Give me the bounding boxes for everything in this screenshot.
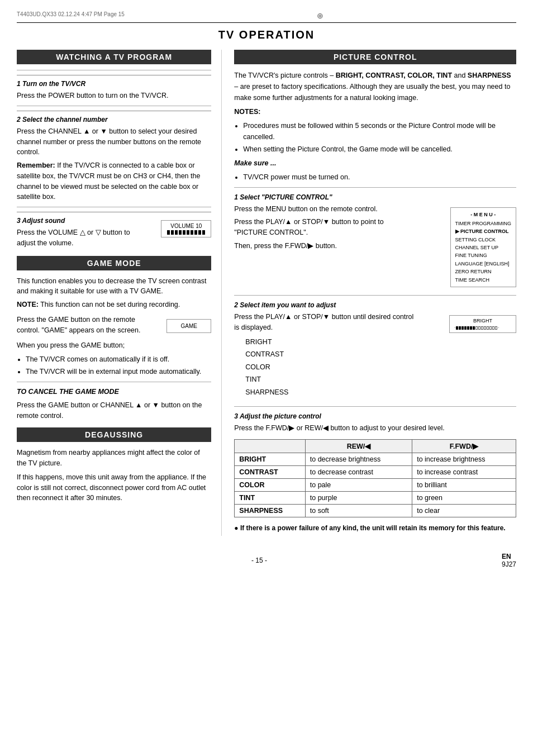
- menu-item-3: CHANNEL SET UP: [455, 244, 512, 251]
- menu-item-6: ZERO RETURN: [455, 268, 512, 275]
- step2-body: Press the CHANNEL ▲ or ▼ button to selec…: [17, 126, 211, 158]
- step1-watching: 1 Turn on the TV/VCR Press the POWER but…: [17, 75, 211, 101]
- section-game: GAME MODE: [17, 256, 211, 270]
- bright-display-label: BRIGHT: [454, 318, 511, 324]
- menu-item-4: FINE TUNING: [455, 251, 512, 259]
- menu-item-2: SETTING CLOCK: [455, 236, 512, 244]
- table-row: TINT to purple to green: [235, 491, 516, 504]
- step2-remember: Remember: If the TV/VCR is connected to …: [17, 160, 211, 202]
- game-bullet-2: The TV/VCR will be in external input mod…: [26, 366, 211, 377]
- table-header-0: [235, 439, 305, 453]
- bright-display: BRIGHT · ·: [449, 315, 516, 333]
- degauss-body2: If this happens, move this unit away fro…: [17, 472, 211, 503]
- ctrl-tint: TINT: [245, 373, 416, 386]
- intro-bold: BRIGHT, CON­TRAST, COLOR, TINT: [336, 72, 452, 79]
- table-header-1: REW/◀: [305, 439, 412, 453]
- page-footer: - 15 - EN 9J27: [17, 553, 516, 568]
- footer-code: 9J27: [502, 560, 516, 568]
- section-watching: WATCHING A TV PROGRAM: [17, 50, 211, 64]
- row2-ffwd: to brilliant: [412, 478, 516, 491]
- right-column: PICTURE CONTROL The TV/VCR's picture con…: [233, 50, 516, 536]
- section-picture: PICTURE CONTROL: [234, 50, 516, 64]
- row2-rew: to pale: [305, 478, 412, 491]
- row2-label: COLOR: [235, 478, 305, 491]
- menu-display: - M E N U - TIMER PROGRAMMING ▶ PICTURE …: [450, 207, 517, 288]
- menu-item-5: LANGUAGE [ENGLISH]: [455, 260, 512, 268]
- ctrl-bright: BRIGHT: [245, 336, 416, 349]
- section-degaussing: DEGAUSSING: [17, 427, 211, 442]
- picture-intro: The TV/VCR's picture controls – BRIGHT, …: [234, 70, 516, 103]
- make-sure-list: TV/VCR power must be turned on.: [243, 172, 516, 183]
- left-column: WATCHING A TV PROGRAM 1 Turn on the TV/V…: [17, 50, 222, 536]
- intro-rest: and: [452, 72, 468, 79]
- step1-body: Press the POWER button to turn on the TV…: [17, 91, 211, 101]
- row1-rew: to decrease contrast: [305, 465, 412, 478]
- row3-ffwd: to green: [412, 491, 516, 504]
- step2-watching: 2 Select the channel number Press the CH…: [17, 111, 211, 202]
- make-sure: Make sure ...: [234, 158, 516, 169]
- make-sure-bullet: TV/VCR power must be turned on.: [243, 172, 516, 183]
- pic-step3-body: Press the F.FWD/▶ or REW/◀ button to adj…: [234, 423, 516, 434]
- crosshair-top: ⊕: [317, 11, 323, 20]
- intro-prefix: The TV/VCR's picture controls –: [234, 72, 335, 79]
- step3-watching: 3 Adjust sound Press the VOLUME △ or ▽ b…: [17, 212, 211, 251]
- main-title: TV OPERATION: [17, 28, 516, 41]
- note-1: Procedures must be followed within 5 sec…: [243, 120, 516, 142]
- step3-number: 3 Adjust sound: [17, 216, 133, 226]
- footer-right: EN 9J27: [502, 553, 516, 568]
- volume-bar: [166, 230, 206, 235]
- when-press: When you press the GAME button;: [17, 340, 211, 351]
- pic-step2-body: Press the PLAY/▲ or STOP/▼ button until …: [234, 312, 416, 333]
- game-bullets: The TV/VCR comes on automatically if it …: [26, 354, 211, 377]
- row0-ffwd: to increase brightness: [412, 453, 516, 465]
- intro-sharpness: SHARPNESS: [468, 72, 511, 79]
- cancel-body: Press the GAME button or CHANNEL ▲ or ▼ …: [17, 400, 211, 421]
- menu-item-1: ▶ PICTURE CONTROL: [455, 227, 512, 235]
- game-button-display: GAME: [166, 319, 211, 333]
- step1-number: 1 Turn on the TV/VCR: [17, 79, 211, 89]
- row0-rew: to decrease brightness: [305, 453, 412, 465]
- intro-after: – are preset to factory specifications. …: [234, 83, 510, 102]
- game-label: GAME: [181, 323, 197, 329]
- step3-body: Press the VOLUME △ or ▽ button to adjust…: [17, 227, 133, 249]
- bottom-note: ● If there is a power failure of any kin…: [234, 523, 516, 533]
- game-note: NOTE: This function can not be set durin…: [17, 299, 211, 310]
- degauss-body1: Magnetism from nearby appliances might a…: [17, 448, 211, 469]
- table-row: CONTRAST to decrease contrast to increas…: [235, 465, 516, 478]
- row3-rew: to purple: [305, 491, 412, 504]
- row1-label: CONTRAST: [235, 465, 305, 478]
- page-number: - 15 -: [17, 557, 502, 564]
- menu-item-7: TIME SEARCH: [455, 276, 512, 284]
- row1-ffwd: to increase contrast: [412, 465, 516, 478]
- ctrl-contrast: CONTRAST: [245, 348, 416, 361]
- note-2: When setting the Picture Control, the Ga…: [243, 144, 516, 155]
- file-info: T4403UD.QX33 02.12.24 4:47 PM Page 15: [17, 11, 125, 20]
- notes-header: NOTES:: [234, 107, 516, 117]
- volume-indicator: VOLUME 10: [161, 220, 211, 237]
- game-section: Press the GAME button on the remote cont…: [17, 315, 211, 339]
- cancel-title: TO CANCEL THE GAME MODE: [17, 387, 211, 397]
- control-items-list: BRIGHT CONTRAST COLOR TINT SHARPNESS: [245, 336, 416, 399]
- game-desc: Press the GAME button on the remote cont…: [17, 315, 144, 336]
- pic-step2-content: Press the PLAY/▲ or STOP/▼ button until …: [234, 312, 516, 402]
- table-row: COLOR to pale to brilliant: [235, 478, 516, 491]
- menu-title: - M E N U -: [455, 211, 512, 218]
- pic-step1-body2: Press the PLAY/▲ or STOP/▼ button to poi…: [234, 217, 411, 238]
- pic-step1-number: 1 Select "PICTURE CONTROL": [234, 192, 516, 202]
- bright-bar: · ·: [454, 325, 511, 330]
- picture-table: REW/◀ F.FWD/▶ BRIGHT to decrease brightn…: [234, 439, 516, 517]
- pic-step2-number: 2 Select item you want to adjust: [234, 300, 516, 310]
- row4-rew: to soft: [305, 504, 412, 517]
- row3-label: TINT: [235, 491, 305, 504]
- pic-step1-body3: Then, press the F.FWD/▶ button.: [234, 241, 411, 251]
- table-header-2: F.FWD/▶: [412, 439, 516, 453]
- pic-step1-content: Press the MENU button on the remote cont…: [234, 204, 516, 291]
- game-intro: This function enables you to decrease th…: [17, 276, 211, 297]
- pic-step3-number: 3 Adjust the picture control: [234, 411, 516, 421]
- step2-number: 2 Select the channel number: [17, 115, 211, 125]
- menu-item-0: TIMER PROGRAMMING: [455, 220, 512, 227]
- table-row: BRIGHT to decrease brightness to increas…: [235, 453, 516, 465]
- table-row: SHARPNESS to soft to clear: [235, 504, 516, 517]
- game-bullet-1: The TV/VCR comes on automatically if it …: [26, 354, 211, 365]
- top-info: T4403UD.QX33 02.12.24 4:47 PM Page 15 ⊕: [17, 11, 516, 20]
